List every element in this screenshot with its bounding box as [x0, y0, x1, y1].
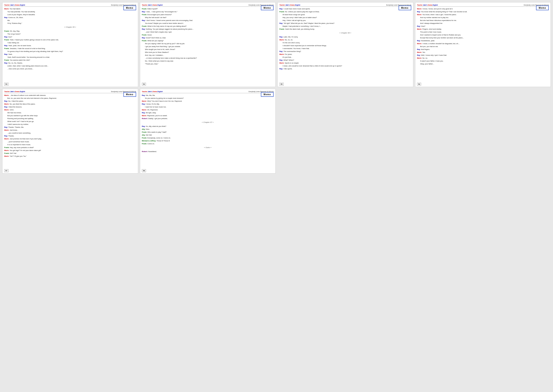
line: The rot go home?: [4, 33, 136, 35]
page-header-58: Teacher Jake's Drama English Everybody L…: [142, 91, 274, 93]
line: I'll try "Eskimo Boy.": [4, 22, 136, 25]
line: At least those songs are good.: [280, 13, 411, 16]
page-53: Teacher Jake's Drama English Everybody L…: [2, 2, 138, 87]
line: Ray: Yeah.: [4, 53, 136, 56]
line: Ray: "All right" What did you do, Dad? M…: [280, 22, 411, 25]
line: Ray: I don't know. I heard some parents …: [142, 19, 274, 22]
page-56: Teacher Jake's Drama English Everybody L…: [415, 2, 551, 87]
page-number-55: 55: [280, 83, 284, 86]
line: I want her to have music too.: [142, 106, 274, 108]
chapter-06-marker: « Chapter 06 »: [280, 32, 411, 35]
chapter-05-marker: « Chapter 05 »: [4, 26, 136, 29]
page-57: Teacher Jake's Drama English Everybody L…: [2, 89, 138, 174]
line: I'm gonna chop it into kindling and put …: [4, 50, 136, 53]
line: Who took you to Shea Stadium?: [142, 51, 274, 54]
line: Michael & Jeffrey: Throw it! Throw it!: [142, 140, 274, 142]
line: And I wanted to impart some of that to R…: [417, 34, 549, 36]
empty-cell-1: [277, 89, 413, 174]
page-header-55: Teacher Jake's Drama English Everybody L…: [280, 4, 411, 7]
line: ...you could've been something.: [4, 132, 136, 134]
line: Ray: All right, okay.: [142, 112, 274, 114]
page-54: Teacher Jake's Drama English Everybody L…: [140, 2, 276, 87]
line: Ray: The overreaction thing?: [280, 50, 411, 53]
line: Ray: I was... I was gonna say "encourage…: [142, 10, 274, 13]
line: We had nice times.: [4, 112, 136, 114]
header-left-54: Teacher Jake's Drama English: [142, 4, 163, 6]
memo-box-54: Memo: [261, 6, 273, 10]
line: Except that every time your brother sat …: [417, 36, 549, 39]
line: Frank: No. Unless you wanna play the org…: [280, 10, 411, 13]
line: Robert: Nosebleed.: [142, 150, 274, 153]
line: Marie: Oh, Raymond.: [142, 109, 274, 111]
line: Who taught you how to hit, catch, throw?: [142, 48, 274, 51]
empty-cell-2: [415, 89, 551, 174]
line: I'm the one who's sorry.: [280, 42, 411, 44]
line: Ray: I like sports.: [280, 68, 411, 70]
header-left-56: Teacher Jake's Drama English: [417, 4, 438, 6]
line: Marie: Raymond, you're so sweet.: [142, 114, 274, 117]
line: Frank: Killed myself?: [142, 7, 274, 10]
line: Marie: "Ha"? I'll give you "ha.": [4, 155, 136, 158]
page-content-57: Marie: ...his idea of culture is an unde…: [4, 94, 136, 158]
line: Ray: Come on, Oh, Mom.: [4, 16, 136, 19]
line: Ray: Thanks. Thanks, Ma.: [4, 126, 136, 129]
line: Frank: Oh, hey, Ray.: [4, 30, 136, 33]
line: Maybe I had potential or something. I do…: [280, 25, 411, 28]
page-number-57: 57: [4, 169, 8, 172]
page-content-58: Ray: Ma, Ma, Ma. So you wanna try giving…: [142, 94, 274, 153]
line: ...how come you never, you know...: [4, 68, 136, 70]
line: Me.: [4, 19, 136, 22]
line: And, hey, am I mistaken...: [142, 54, 274, 57]
header-left-57: Teacher Jake's Drama English: [4, 91, 25, 92]
line: No, I think what you meant to say was:: [142, 60, 274, 63]
line: ...and I think that's maybe why I quit.: [142, 31, 274, 34]
line: Marie: Just know...: [4, 129, 136, 132]
line: Frank: Good.: [142, 34, 274, 36]
bottom-row-pages: Teacher Jake's Drama English Everybody L…: [2, 89, 551, 174]
line: But you wanted to go with the other boys…: [4, 114, 136, 117]
line: Marie: You had talent.: [4, 7, 136, 10]
line: And my mother wanted me to play too.: [417, 16, 549, 19]
line: Frank: You wanna watch the Jets?: [4, 59, 136, 62]
line: Hey, you sorry I didn't take you to ball…: [280, 16, 411, 19]
page-number-58: 58: [142, 169, 146, 172]
line: It is so important to have music.: [4, 143, 136, 146]
line: Marie: ...his idea of culture is an unde…: [4, 94, 136, 97]
line: Marie: No, no.: [417, 57, 549, 60]
line: You know? Maybe you could've been better…: [142, 22, 274, 25]
page-content-55: Ray: I could have done music and sports.…: [280, 7, 411, 70]
line: Ray: I know. It's for Ally.: [142, 103, 274, 105]
line: I shouldn't have expected you to remembe…: [280, 44, 411, 47]
page-58: Teacher Jake's Drama English Everybody L…: [140, 89, 276, 174]
line: Frank: What are you saying?: [142, 40, 274, 42]
top-row-pages: Teacher Jake's Drama English Everybody L…: [2, 2, 551, 87]
line: Ray: Nothing. You just always ragged me …: [142, 28, 274, 31]
line: I mean, who would've ever dreamed that a…: [280, 65, 411, 67]
line: Ray: No, no, No, thanks.: [4, 62, 136, 64]
line: Marie: Umm.: [4, 109, 136, 111]
line: Ray: No, I liked the piano.: [4, 100, 136, 103]
line: Ray: And fingers.: [417, 48, 549, 51]
line: Why the hell would I do that?: [142, 16, 274, 19]
line: I got you away from that thing. I got yo…: [142, 45, 274, 48]
line: Ray: Ma, Ma, Ma.: [142, 94, 274, 97]
line: Robert: Daddy, I got your pretzels.: [142, 117, 274, 120]
line: Yeah, that'll sound better. You bouncing…: [4, 56, 136, 59]
page-55: Teacher Jake's Drama English Everybody L…: [277, 2, 413, 87]
line: Marie: For years.: [280, 53, 411, 56]
line: Frank: What in the holy name of crap are…: [142, 25, 274, 28]
line: Frank: Jeezalou, I hate the sound of a k…: [4, 47, 136, 50]
line: Ray: I could have done music and sports.: [280, 7, 411, 10]
memo-box-53: Memo: [123, 6, 136, 10]
header-left-58: Teacher Jake's Drama English: [142, 91, 163, 92]
line: But she had these ridiculous expectation…: [417, 19, 549, 22]
outro-marker: « Outro »: [142, 146, 274, 149]
line: Frank: Come on.: [142, 142, 274, 145]
line: Ray: So, Ally, what do you think?: [142, 125, 274, 128]
line: Listen, Dad, when I was taking piano les…: [4, 65, 136, 67]
memo-box-56: Memo: [536, 6, 549, 10]
page-number-54: 54: [142, 83, 146, 86]
line: Ray: What? When?: [280, 59, 411, 62]
line: Frank: Catch the damn ball, you stinking…: [280, 28, 411, 31]
line: Frank: Who wants to play T-ball?: [142, 131, 274, 133]
